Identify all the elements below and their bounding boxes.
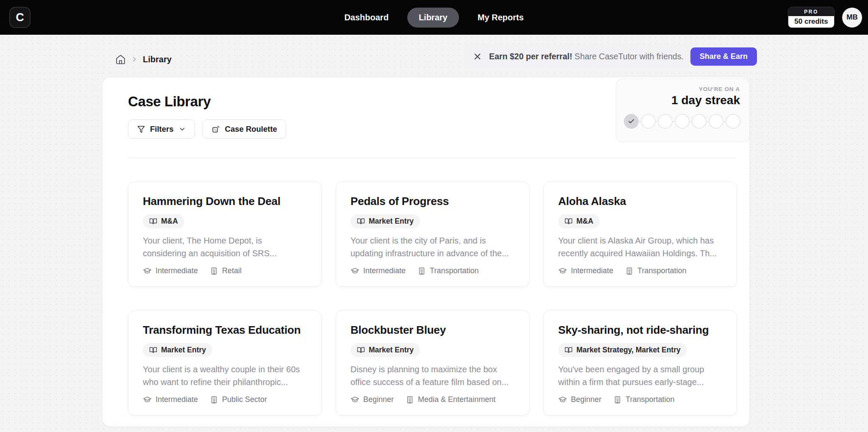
case-meta: Intermediate Transportation [558,266,722,275]
case-difficulty-label: Intermediate [363,266,406,275]
case-industry: Transportation [625,266,686,275]
streak-kicker: YOU'RE ON A [626,86,740,92]
case-tag-badge: Market Entry [143,343,212,357]
case-tag-label: Market Strategy, Market Entry [576,346,681,354]
streak-day-dot [624,114,639,129]
case-card-sky-sharing-not-ride-sharing[interactable]: Sky-sharing, not ride-sharing Market Str… [543,310,737,415]
referral-banner-text: Earn $20 per referral! Share CaseTutor w… [489,52,684,61]
case-industry-label: Media & Entertainment [418,395,495,404]
case-industry-label: Retail [222,266,242,275]
case-roulette-button[interactable]: Case Roulette [203,119,286,138]
streak-title: 1 day streak [626,94,740,107]
user-avatar[interactable]: MB [842,8,862,28]
filter-funnel-icon [137,125,145,133]
streak-day-dot [726,114,740,129]
case-industry-label: Transportation [430,266,479,275]
case-industry-label: Transportation [626,395,674,404]
case-difficulty: Beginner [558,395,601,404]
streak-day-dots [624,114,740,129]
library-actions: Filters Case Roulette [128,119,286,138]
case-meta: Beginner Transportation [558,395,722,404]
referral-banner-highlight: Earn $20 per referral! [489,52,572,61]
case-description: You've been engaged by a small group wit… [558,363,722,388]
avatar-initials: MB [846,13,857,22]
case-industry: Transportation [417,266,479,275]
case-industry: Retail [210,266,242,275]
building-icon [210,396,218,404]
breadcrumb: Library [115,52,172,67]
referral-banner-rest: Share CaseTutor with friends. [572,52,684,61]
case-tag-badge: Market Entry [351,343,420,357]
graduation-cap-icon [351,266,359,275]
building-icon [210,267,218,275]
building-icon [406,396,414,404]
top-nav-bar: C Dashboard Library My Reports PRO 50 cr… [0,0,868,35]
case-meta: Intermediate Public Sector [143,395,307,404]
book-open-icon [565,346,573,354]
case-title: Hammering Down the Deal [143,195,307,208]
case-industry: Transportation [613,395,674,404]
case-industry-label: Public Sector [222,395,267,404]
case-card-aloha-alaska[interactable]: Aloha Alaska M&A Your client is Alaska A… [543,182,737,287]
plan-credits-badge[interactable]: PRO 50 credits [788,7,835,28]
case-tag-label: Market Entry [161,346,206,354]
case-title: Blockbuster Bluey [351,324,515,337]
case-description: Your client is the city of Paris, and is… [351,234,515,260]
filters-button[interactable]: Filters [128,119,195,138]
streak-day-dot [675,114,690,129]
case-difficulty-label: Beginner [571,395,601,404]
book-open-icon [149,346,157,354]
case-title: Aloha Alaska [558,195,722,208]
streak-day-dot [692,114,707,129]
case-difficulty: Intermediate [558,266,613,275]
graduation-cap-icon [351,395,359,404]
nav-right-cluster: PRO 50 credits MB [788,0,862,35]
section-divider [128,158,736,158]
case-grid: Hammering Down the Deal M&A Your client,… [128,182,737,415]
case-card-pedals-of-progress[interactable]: Pedals of Progress Market Entry Your cli… [336,182,529,287]
graduation-cap-icon [558,395,567,404]
case-tag-label: M&A [576,217,593,226]
nav-item-my-reports[interactable]: My Reports [473,8,528,28]
graduation-cap-icon [143,395,152,404]
case-industry-label: Transportation [637,266,686,275]
book-open-icon [357,217,365,225]
case-industry: Public Sector [210,395,267,404]
case-difficulty-label: Intermediate [571,266,613,275]
case-card-transforming-texas-education[interactable]: Transforming Texas Education Market Entr… [128,310,322,415]
case-difficulty: Intermediate [143,266,198,275]
case-difficulty-label: Beginner [363,395,394,404]
case-title: Sky-sharing, not ride-sharing [558,324,722,337]
streak-day-dot [709,114,723,129]
case-description: Your client, The Home Depot, is consider… [143,234,307,260]
building-icon [625,267,634,275]
filters-button-label: Filters [150,125,174,134]
close-icon[interactable] [473,52,482,61]
graduation-cap-icon [143,266,152,275]
dice-icon [211,125,220,133]
case-meta: Intermediate Retail [143,266,307,275]
streak-day-dot [641,114,656,129]
case-industry: Media & Entertainment [406,395,495,404]
plan-credits-label: 50 credits [788,16,834,28]
case-card-blockbuster-bluey[interactable]: Blockbuster Bluey Market Entry Disney is… [336,310,529,415]
book-open-icon [565,217,573,225]
case-tag-badge: M&A [143,214,184,228]
book-open-icon [357,346,365,354]
case-difficulty-label: Intermediate [156,266,198,275]
book-open-icon [149,217,157,225]
graduation-cap-icon [558,266,567,275]
case-card-hammering-down-the-deal[interactable]: Hammering Down the Deal M&A Your client,… [128,182,322,287]
streak-widget: YOU'RE ON A 1 day streak [616,79,750,142]
page-title: Case Library [128,94,211,110]
building-icon [613,396,622,404]
case-tag-badge: M&A [558,214,600,228]
nav-item-dashboard[interactable]: Dashboard [340,8,392,28]
share-earn-button[interactable]: Share & Earn [690,47,757,66]
home-icon[interactable] [115,54,126,65]
case-title: Transforming Texas Education [143,324,307,337]
case-tag-label: Market Entry [369,346,414,354]
case-description: Your client is Alaska Air Group, which h… [558,234,722,260]
nav-item-library[interactable]: Library [407,8,459,28]
chevron-down-icon [178,125,186,133]
